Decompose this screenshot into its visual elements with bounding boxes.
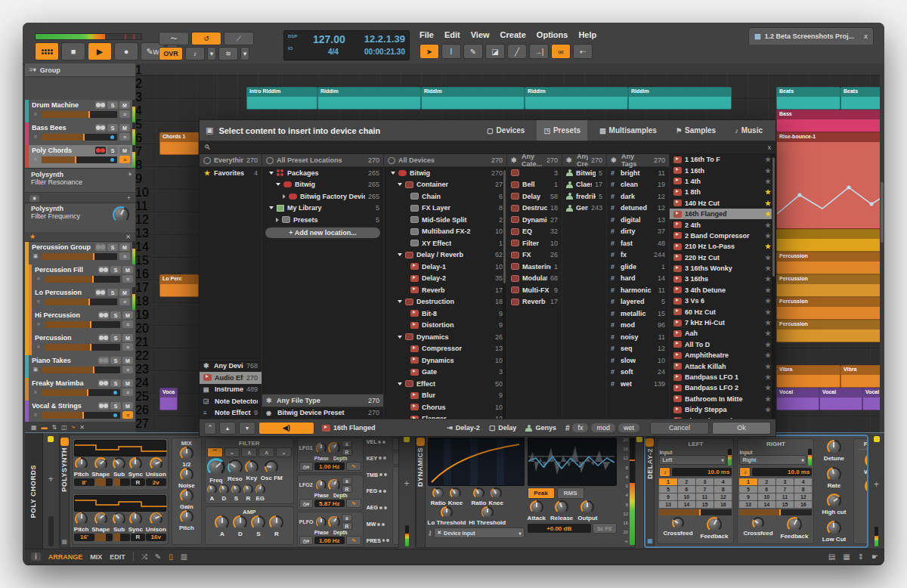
track-volume-slider[interactable] — [42, 389, 120, 396]
track-arm-button[interactable] — [98, 334, 109, 342]
track-solo-button[interactable]: S — [110, 311, 121, 319]
osc2-shape-knob[interactable]: Shape — [91, 512, 110, 533]
preset-result-3-16ths-wonky[interactable]: 3 16ths Wonky★ — [670, 263, 775, 274]
track-volume-slider[interactable] — [42, 412, 120, 419]
overdub-button[interactable]: OVR — [159, 47, 183, 60]
track-header-percussion-fill[interactable]: Percussion FillSM⌗≡ — [25, 265, 135, 288]
preset-star-icon[interactable]: ★ — [764, 200, 772, 207]
column-header-all-preset-locations[interactable]: ◯All Preset Locations270 — [262, 154, 383, 167]
disclosure-open-icon[interactable] — [269, 206, 274, 209]
category-bell[interactable]: Bell1 — [507, 179, 562, 191]
track-header-percussion[interactable]: PercussionSM⌗≡ — [25, 333, 135, 356]
delay-time-display[interactable]: 10.0 ms — [752, 468, 812, 476]
preset-star-icon[interactable]: ★ — [764, 243, 772, 250]
delay-2-device[interactable]: DELAY-2▦LEFTInputLeft▾♪10.0 ms1234567891… — [644, 435, 868, 548]
lo-threshold-knob[interactable]: Lo Threshold — [428, 506, 466, 526]
preset-star-icon[interactable]: ★ — [764, 330, 772, 337]
lane-star-icon[interactable]: ★ — [29, 195, 39, 202]
amp-s-knob[interactable]: S — [251, 515, 265, 537]
filter-oscfm-knob[interactable]: Osc FM — [261, 460, 283, 481]
oscillator-waveform-display[interactable] — [74, 495, 166, 512]
track-header-lo-percussion[interactable]: Lo PercussionSM⌗≡ — [25, 287, 135, 311]
lane-pin-icon[interactable]: ✈ — [128, 172, 132, 178]
next-result-button[interactable]: ▼ — [239, 422, 255, 435]
view-switch-mix[interactable]: MIX — [90, 553, 102, 561]
step-16[interactable]: 16 — [794, 501, 812, 508]
location-bitwig[interactable]: Bitwig265 — [262, 179, 383, 191]
device-bit-8[interactable]: Bit-89 — [384, 308, 506, 320]
preset-star-icon[interactable]: ★ — [764, 351, 772, 359]
filter-env-d-knob[interactable]: D — [219, 484, 229, 502]
device-compressor[interactable]: Compressor13 — [384, 343, 506, 355]
tag-soft[interactable]: #soft24 — [607, 367, 669, 379]
creator-bitwig[interactable]: Bitwig5 — [562, 167, 606, 179]
lfo-rate-display[interactable]: 5.87 Hz — [314, 500, 345, 507]
automation-lane-filter-frequency[interactable]: PolysynthFilter Frequency — [25, 203, 135, 233]
browser-tab-multisamples[interactable]: ▥Multisamples — [593, 120, 664, 141]
step-12[interactable]: 12 — [714, 494, 732, 500]
track-volume-slider[interactable] — [42, 253, 117, 260]
tag-bright[interactable]: #bright11 — [607, 167, 669, 179]
category-reverb[interactable]: Reverb17 — [507, 296, 562, 308]
preset-result-1-4th[interactable]: 1 4th★ — [670, 176, 775, 187]
lfo-wave-button[interactable]: ∿ — [346, 499, 361, 508]
grid-view-icon[interactable]: ▦ — [31, 424, 37, 431]
tag-hard[interactable]: #hard14 — [607, 273, 669, 285]
osc1-unison-knob[interactable]: Unison — [146, 457, 166, 478]
location-my-library[interactable]: My Library5 — [262, 203, 383, 215]
device-effect[interactable]: Effect50 — [384, 378, 506, 390]
category-multi-fx[interactable]: Multi-FX9 — [507, 284, 562, 296]
expand-panel-icon[interactable]: ⇕ — [858, 552, 864, 561]
track-arm-button[interactable] — [95, 124, 106, 132]
preset-star-icon[interactable]: ★ — [764, 406, 772, 413]
disclosure-open-icon[interactable] — [276, 183, 280, 186]
browser-panel-icon[interactable]: ▤ — [828, 552, 835, 561]
preset-result-60-hz-cut[interactable]: 60 Hz Cut★ — [670, 306, 775, 317]
column-header-any-category[interactable]: ✱Any Cate...270 — [507, 154, 562, 167]
preset-star-icon[interactable]: ★ — [764, 221, 772, 229]
device-mid-side-split[interactable]: Mid-Side Split2 — [384, 214, 506, 226]
mod-source-tmb[interactable]: TMB — [367, 472, 389, 478]
sidechain-clear-icon[interactable]: ✕ — [437, 530, 441, 536]
browser-tab-samples[interactable]: ⚑Samples — [669, 120, 723, 141]
disclosure-open-icon[interactable] — [398, 183, 402, 186]
dual-view-icon[interactable]: ⤨ — [141, 552, 147, 562]
osc1-sync-knob[interactable]: Sync — [128, 457, 143, 478]
track-menu-button[interactable]: ≡ — [119, 252, 130, 260]
track-header-percussion-group[interactable]: Percussion GroupSM▣≡ — [25, 242, 135, 265]
preset-result-1-16th[interactable]: 1 16th★ — [670, 165, 775, 175]
position-display[interactable]: 12.2.1.39 — [364, 33, 405, 45]
preset-result-bandpass-lfo-2[interactable]: Bandpass LFO 2★ — [670, 382, 775, 393]
step-1[interactable]: 1 — [739, 478, 757, 485]
track-volume-slider[interactable] — [45, 276, 120, 283]
track-mute-button[interactable]: M — [122, 402, 133, 410]
end-chain-indicator[interactable] — [874, 436, 880, 442]
delay-2-device-tab[interactable]: DELAY-2▦ — [645, 436, 655, 546]
filter-freq-knob[interactable]: Freq — [207, 458, 225, 484]
track-header-freaky-marimba[interactable]: Freaky MarimbaSM⌗≡ — [25, 378, 135, 401]
delay-right-crossfeed-knob[interactable]: Crossfeed — [743, 517, 772, 540]
preset-result-attack-killah[interactable]: Attack Killah★ — [670, 361, 775, 371]
group-menu-icon[interactable]: ≡▾ — [29, 67, 36, 73]
metronome-button[interactable] — [35, 42, 59, 60]
step-3[interactable]: 3 — [696, 478, 714, 485]
preset-result-bathroom-in-mitte[interactable]: Bathroom In Mitte★ — [670, 394, 775, 404]
pencil-tool-button[interactable]: ✎ — [463, 44, 483, 59]
osc2-unison-knob[interactable]: Unison — [146, 512, 166, 533]
step-5[interactable]: 5 — [659, 486, 676, 493]
lfo-rate-display[interactable]: 1.00 Hz — [314, 537, 345, 544]
clip-riddim[interactable]: Riddim — [421, 87, 525, 110]
clip-riddim[interactable]: Riddim — [317, 87, 421, 110]
sidechain-input-select[interactable]: ✕Device Input▾ — [434, 528, 524, 538]
step-3[interactable]: 3 — [776, 478, 794, 485]
step-12[interactable]: 12 — [794, 494, 812, 500]
mod-source-feg[interactable]: FEG — [367, 488, 389, 494]
split-icon[interactable]: ◫ — [61, 424, 67, 431]
ok-button[interactable]: Ok — [712, 422, 771, 435]
preset-result-1-16th-to-f[interactable]: 1 16th To F★ — [670, 154, 775, 165]
tag-fast[interactable]: #fast48 — [607, 237, 669, 249]
device-delay-1[interactable]: Delay-110 — [384, 261, 506, 273]
oscillator-waveform-display[interactable] — [74, 440, 166, 456]
offset-bar[interactable] — [739, 509, 812, 515]
step-14[interactable]: 14 — [678, 501, 695, 508]
